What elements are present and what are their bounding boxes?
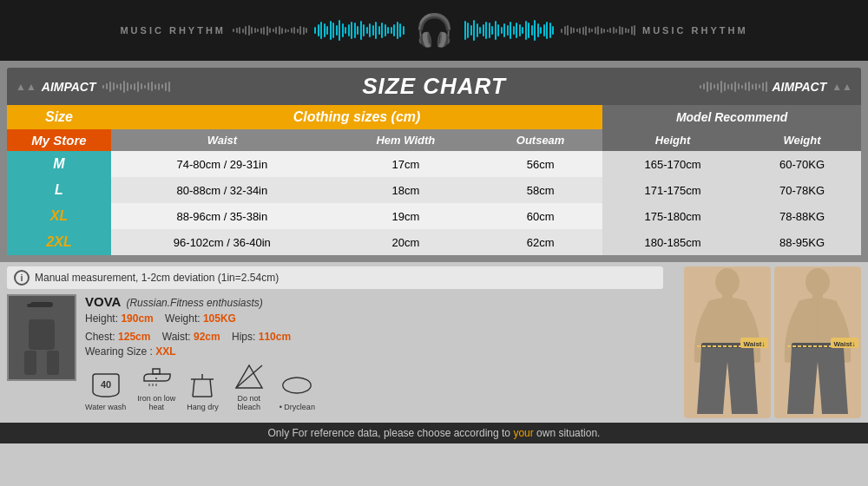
waist-cell: 88-96cm / 35-38in bbox=[111, 203, 333, 229]
table-row: M74-80cm / 29-31in17cm56cm165-170cm60-70… bbox=[7, 151, 861, 177]
hang-label: Hang dry bbox=[187, 403, 219, 411]
size-chart-title: SIZE CHART bbox=[362, 73, 506, 100]
dry-icon bbox=[281, 370, 312, 401]
weight-label: Weight: bbox=[165, 312, 200, 325]
height-cell: 180-185cm bbox=[602, 229, 743, 255]
bottom-footer: Only For reference data, please choose a… bbox=[0, 423, 868, 443]
size-cell: L bbox=[7, 177, 111, 203]
care-dry: • Dryclean bbox=[279, 370, 315, 411]
svg-rect-3 bbox=[47, 351, 59, 375]
svg-text:Waist↓: Waist↓ bbox=[833, 340, 855, 348]
model-stats: Height: 190cm Weight: 105KG bbox=[85, 311, 663, 327]
wearing-label: Wearing Size : bbox=[85, 345, 153, 358]
care-icons: 40 Water wash bbox=[85, 361, 663, 411]
outseam-cell: 58cm bbox=[478, 177, 602, 203]
iron-label: Iron on low heat bbox=[135, 394, 178, 411]
svg-rect-1 bbox=[29, 319, 55, 350]
footer-suffix: own situation. bbox=[536, 427, 600, 439]
table-header-row-2: My Store Waist Hem Width Outseam Height … bbox=[7, 129, 861, 151]
col-header-waist: Waist bbox=[111, 129, 333, 151]
size-cell: XL bbox=[7, 203, 111, 229]
footer-highlight: your bbox=[513, 427, 533, 439]
weight-value: 105KG bbox=[203, 312, 236, 325]
size-chart-section: ▲▲ AIMPACT SIZE CHART AIMPACT ▲▲ Size Cl… bbox=[0, 61, 868, 262]
measurement-text: Manual measurement, 1-2cm deviation (1in… bbox=[35, 272, 279, 284]
size-cell: M bbox=[7, 151, 111, 177]
body-diagram-rear: Waist↓ bbox=[684, 266, 771, 418]
footer-text: Only For reference data, please choose a… bbox=[268, 427, 601, 439]
music-bar: MUSIC RHYTHM 🎧 MUSIC RHYTHM bbox=[0, 0, 868, 61]
outseam-cell: 62cm bbox=[478, 229, 602, 255]
svg-rect-5 bbox=[27, 304, 34, 307]
col-header-hem: Hem Width bbox=[333, 129, 478, 151]
brand-logo-right: AIMPACT ▲▲ bbox=[699, 79, 853, 95]
col-header-store: My Store bbox=[7, 129, 111, 151]
waveform-right-color bbox=[464, 18, 555, 43]
body-front-svg: Waist↓ bbox=[774, 266, 861, 418]
svg-point-16 bbox=[283, 378, 311, 393]
care-nobleach: Do not bleach bbox=[227, 361, 271, 411]
nobleach-label: Do not bleach bbox=[227, 394, 271, 411]
person-svg bbox=[11, 299, 72, 377]
wash-label: Water wash bbox=[85, 403, 126, 411]
col-header-height: Height bbox=[602, 129, 743, 151]
height-cell: 171-175cm bbox=[602, 177, 743, 203]
svg-rect-2 bbox=[24, 351, 36, 375]
weight-cell: 88-95KG bbox=[743, 229, 861, 255]
brand-name-right: AIMPACT bbox=[773, 80, 827, 94]
svg-line-15 bbox=[236, 365, 262, 388]
outseam-cell: 60cm bbox=[478, 203, 602, 229]
bottom-section: i Manual measurement, 1-2cm deviation (1… bbox=[0, 262, 868, 423]
col-header-size: Size bbox=[7, 105, 111, 129]
col-header-outseam: Outseam bbox=[478, 129, 602, 151]
hips-label: Hips: bbox=[232, 331, 255, 343]
dry-label: • Dryclean bbox=[279, 403, 315, 411]
waist-cell: 80-88cm / 32-34in bbox=[111, 177, 333, 203]
col-header-model: Model Recommend bbox=[602, 105, 861, 129]
main-container: MUSIC RHYTHM 🎧 MUSIC RHYTHM ▲▲ AIMPACT S… bbox=[0, 0, 868, 486]
care-hang: Hang dry bbox=[187, 370, 219, 411]
svg-text:40: 40 bbox=[100, 379, 110, 390]
model-name: VOVA bbox=[85, 294, 121, 309]
waist-stat-value: 92cm bbox=[194, 331, 220, 343]
model-stats-2: Chest: 125cm Waist: 92cm Hips: 110cm bbox=[85, 329, 663, 345]
waveform-left-color bbox=[314, 18, 404, 43]
care-iron: • Iron on low heat bbox=[135, 361, 178, 411]
table-row: L80-88cm / 32-34in18cm58cm171-175cm70-78… bbox=[7, 177, 861, 203]
brand-name-left: AIMPACT bbox=[42, 80, 96, 94]
music-text-right: MUSIC RHYTHM bbox=[642, 25, 748, 36]
height-cell: 175-180cm bbox=[602, 203, 743, 229]
waist-cell: 96-102cm / 36-40in bbox=[111, 229, 333, 255]
model-photo bbox=[7, 294, 76, 381]
svg-point-25 bbox=[806, 268, 830, 296]
hem-cell: 17cm bbox=[333, 151, 478, 177]
weight-cell: 78-88KG bbox=[743, 203, 861, 229]
svg-rect-7 bbox=[153, 369, 160, 374]
waist-stat-label: Waist: bbox=[162, 331, 191, 343]
info-icon: i bbox=[14, 270, 30, 286]
measurement-note: i Manual measurement, 1-2cm deviation (1… bbox=[7, 266, 663, 289]
body-rear-svg: Waist↓ bbox=[684, 266, 771, 418]
brand-header: ▲▲ AIMPACT SIZE CHART AIMPACT ▲▲ bbox=[7, 68, 861, 105]
hem-cell: 18cm bbox=[333, 177, 478, 203]
music-text-left: MUSIC RHYTHM bbox=[120, 25, 226, 36]
body-diagram-front: Waist↓ bbox=[774, 266, 861, 418]
height-label: Height: bbox=[85, 312, 118, 325]
outseam-cell: 56cm bbox=[478, 151, 602, 177]
chest-label: Chest: bbox=[85, 331, 115, 343]
col-header-weight: Weight bbox=[743, 129, 861, 151]
svg-text:•: • bbox=[155, 375, 158, 381]
height-value: 190cm bbox=[121, 312, 153, 325]
brand-wave-left bbox=[102, 79, 170, 95]
brand-logo-left: ▲▲ AIMPACT bbox=[16, 79, 170, 95]
col-header-clothing: Clothing sizes (cm) bbox=[111, 105, 602, 129]
table-body: M74-80cm / 29-31in17cm56cm165-170cm60-70… bbox=[7, 151, 861, 255]
body-diagrams: Waist↓ bbox=[670, 266, 861, 418]
table-row: XL88-96cm / 35-38in19cm60cm175-180cm78-8… bbox=[7, 203, 861, 229]
height-cell: 165-170cm bbox=[602, 151, 743, 177]
headphone-icon: 🎧 bbox=[411, 10, 457, 50]
waveform-right-dark bbox=[561, 18, 635, 43]
hang-icon bbox=[187, 370, 218, 401]
bottom-left: i Manual measurement, 1-2cm deviation (1… bbox=[7, 266, 663, 418]
waist-cell: 74-80cm / 29-31in bbox=[111, 151, 333, 177]
